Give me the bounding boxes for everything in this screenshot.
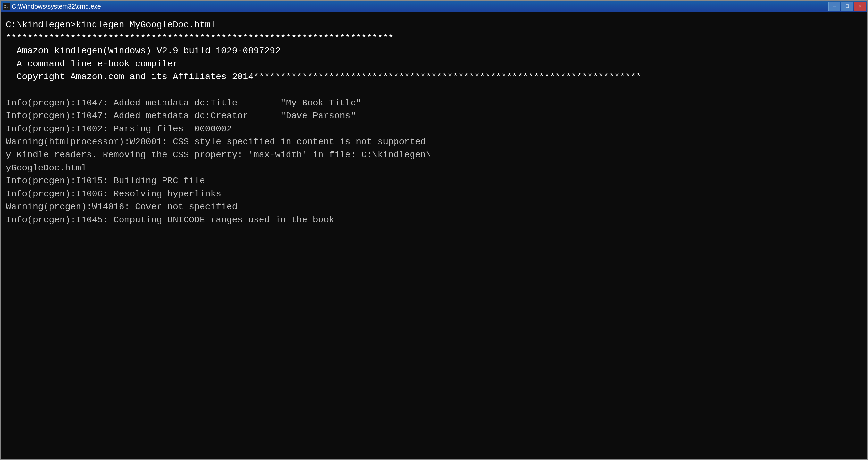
output-lines: Info(prcgen):I1047: Added metadata dc:Ti…: [6, 98, 431, 225]
banner-block: Amazon kindlegen(Windows) V2.9 build 102…: [6, 46, 280, 82]
terminal-body[interactable]: C:\kindlegen>kindlegen MyGoogleDoc.html …: [1, 12, 867, 459]
prompt-line: C:\kindlegen>kindlegen MyGoogleDoc.html: [6, 20, 216, 30]
separator-bottom: ****************************************…: [253, 72, 641, 82]
separator-top: ****************************************…: [6, 33, 394, 43]
svg-text:C:: C:: [4, 5, 8, 9]
cmd-window: C: C:\Windows\system32\cmd.exe — □ ✕ C:\…: [0, 0, 868, 460]
close-button[interactable]: ✕: [854, 2, 866, 11]
banner-line3: Copyright Amazon.com and its Affiliates …: [6, 72, 253, 82]
maximize-button[interactable]: □: [841, 2, 853, 11]
terminal-content: C:\kindlegen>kindlegen MyGoogleDoc.html …: [6, 19, 862, 227]
window-controls: — □ ✕: [828, 2, 866, 11]
window-title: C:\Windows\system32\cmd.exe: [11, 3, 865, 10]
minimize-button[interactable]: —: [828, 2, 840, 11]
banner-line2: A command line e-book compiler: [6, 59, 178, 69]
cmd-icon: C:: [3, 3, 10, 10]
banner-line1: Amazon kindlegen(Windows) V2.9 build 102…: [6, 46, 280, 56]
titlebar: C: C:\Windows\system32\cmd.exe — □ ✕: [1, 1, 867, 12]
